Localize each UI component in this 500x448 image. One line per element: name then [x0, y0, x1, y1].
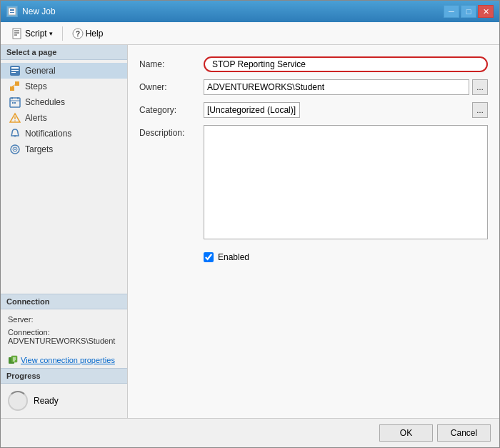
sidebar-item-steps[interactable]: Steps — [1, 79, 127, 94]
enabled-label[interactable]: Enabled — [218, 252, 249, 262]
progress-section-title: Progress — [1, 368, 127, 384]
svg-rect-2 — [10, 12, 14, 13]
script-label: Script — [25, 29, 47, 39]
progress-info: Ready — [1, 384, 127, 418]
toolbar-separator — [62, 26, 63, 41]
targets-label: Targets — [25, 144, 53, 154]
close-button[interactable]: ✕ — [478, 5, 494, 18]
sidebar-items: General Steps — [1, 60, 127, 294]
main-content: Select a page General — [1, 45, 499, 418]
help-icon: ? — [72, 28, 84, 39]
description-row: Description: — [139, 125, 488, 239]
targets-icon — [9, 144, 21, 155]
minimize-button[interactable]: ─ — [444, 5, 459, 18]
sidebar: Select a page General — [1, 45, 128, 418]
schedules-label: Schedules — [25, 97, 65, 107]
owner-row: Owner: … — [139, 79, 488, 95]
connection-info: Server: Connection: ADVENTUREWORKS\Stude… — [1, 309, 127, 352]
window-icon — [6, 6, 18, 17]
progress-spinner — [8, 391, 28, 411]
script-dropdown-arrow: ▾ — [49, 30, 53, 37]
sidebar-item-notifications[interactable]: Notifications — [1, 126, 127, 141]
svg-rect-10 — [11, 67, 19, 69]
sidebar-item-alerts[interactable]: Alerts — [1, 110, 127, 126]
steps-icon — [9, 81, 21, 92]
owner-label: Owner: — [139, 82, 204, 92]
svg-rect-0 — [9, 8, 16, 15]
name-row: Name: — [139, 56, 488, 72]
alerts-icon — [9, 112, 21, 124]
bottom-bar: OK Cancel — [1, 418, 499, 447]
progress-status: Ready — [34, 396, 59, 406]
sidebar-item-general[interactable]: General — [1, 63, 127, 79]
svg-rect-11 — [11, 70, 19, 71]
svg-rect-3 — [13, 29, 21, 39]
general-icon — [9, 65, 21, 76]
svg-point-28 — [14, 149, 16, 150]
steps-label: Steps — [25, 81, 47, 91]
svg-rect-12 — [11, 72, 16, 73]
description-textarea[interactable] — [204, 125, 488, 239]
script-button[interactable]: Script ▾ — [6, 26, 58, 41]
connection-value: ADVENTUREWORKS\Student — [8, 337, 115, 345]
connection-link-icon — [8, 355, 18, 365]
category-select[interactable]: [Uncategorized (Local)] — [204, 102, 300, 118]
svg-rect-13 — [10, 86, 14, 91]
server-label: Server: — [8, 315, 120, 324]
svg-text:?: ? — [76, 30, 80, 38]
owner-field: … — [204, 79, 488, 95]
category-row: Category: [Uncategorized (Local)] … — [139, 102, 488, 118]
svg-rect-1 — [10, 9, 14, 11]
sidebar-item-targets[interactable]: Targets — [1, 141, 127, 157]
sidebar-item-schedules[interactable]: Schedules — [1, 94, 127, 110]
alerts-label: Alerts — [25, 113, 47, 123]
category-field: [Uncategorized (Local)] … — [204, 102, 488, 118]
svg-point-24 — [14, 120, 16, 121]
window-title: New Job — [22, 6, 56, 16]
ok-button[interactable]: OK — [379, 424, 433, 442]
select-page-title: Select a page — [1, 45, 127, 60]
connection-link-text: View connection properties — [21, 356, 115, 364]
maximize-button[interactable]: □ — [461, 5, 476, 18]
script-icon — [11, 28, 23, 39]
title-bar: New Job ─ □ ✕ — [1, 1, 499, 22]
description-label: Description: — [139, 125, 204, 138]
title-bar-left: New Job — [6, 6, 56, 17]
owner-input[interactable] — [204, 79, 469, 95]
connection-label: Connection: ADVENTUREWORKS\Student — [8, 328, 120, 345]
general-label: General — [25, 66, 56, 76]
name-field — [204, 56, 488, 72]
category-browse-button[interactable]: … — [472, 102, 488, 118]
notifications-icon — [9, 128, 21, 139]
schedules-icon — [9, 96, 21, 108]
svg-rect-21 — [14, 102, 16, 104]
name-input[interactable] — [204, 56, 488, 72]
help-label: Help — [86, 29, 104, 39]
toolbar: Script ▾ ? Help — [1, 22, 499, 45]
help-button[interactable]: ? Help — [67, 26, 109, 41]
name-label: Name: — [139, 59, 204, 69]
main-window: New Job ─ □ ✕ Script ▾ ? Help — [0, 0, 500, 448]
content-area: Name: Owner: … Category: — [128, 45, 499, 418]
owner-browse-button[interactable]: … — [472, 79, 488, 95]
connection-section-title: Connection — [1, 294, 127, 309]
view-connection-link[interactable]: View connection properties — [1, 352, 127, 368]
notifications-label: Notifications — [25, 129, 71, 139]
category-label: Category: — [139, 105, 204, 115]
enabled-checkbox[interactable] — [204, 252, 214, 262]
svg-rect-20 — [12, 102, 14, 104]
title-controls: ─ □ ✕ — [444, 5, 494, 18]
cancel-button[interactable]: Cancel — [437, 424, 491, 442]
enabled-row: Enabled — [139, 252, 488, 262]
